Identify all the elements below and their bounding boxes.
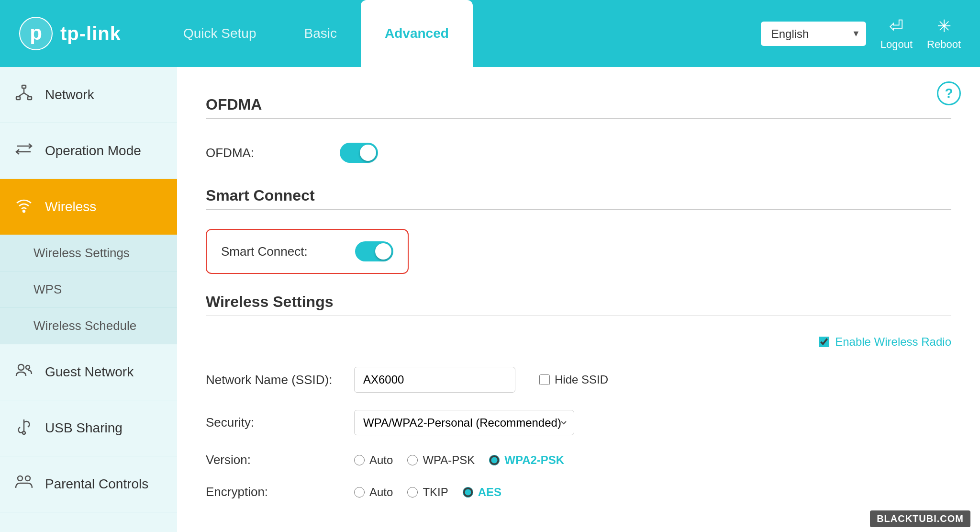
- operation-mode-icon: [14, 140, 33, 161]
- sidebar-item-guest-network-label: Guest Network: [45, 364, 134, 380]
- security-select[interactable]: WPA/WPA2-Personal (Recommended) WPA3-Per…: [354, 410, 574, 435]
- security-label: Security:: [206, 415, 340, 430]
- sidebar-sub-wireless-schedule[interactable]: Wireless Schedule: [0, 308, 177, 344]
- encryption-aes-input[interactable]: [463, 487, 473, 498]
- svg-rect-4: [28, 97, 32, 100]
- wireless-settings-divider: [206, 316, 951, 316]
- guest-network-icon: [14, 362, 33, 383]
- sidebar-item-operation-mode[interactable]: Operation Mode: [0, 123, 177, 179]
- svg-point-11: [22, 431, 25, 434]
- encryption-auto-label: Auto: [369, 486, 393, 499]
- sub-wireless-settings-label: Wireless Settings: [33, 246, 130, 260]
- hide-ssid-label: Hide SSID: [555, 373, 608, 386]
- version-auto-radio[interactable]: Auto: [354, 453, 393, 467]
- sidebar-item-usb-sharing-label: USB Sharing: [45, 420, 122, 436]
- enable-wireless-label: Enable Wireless Radio: [835, 335, 951, 349]
- tab-quick-setup[interactable]: Quick Setup: [159, 0, 280, 67]
- sidebar-item-usb-sharing[interactable]: USB Sharing: [0, 400, 177, 456]
- version-label: Version:: [206, 453, 340, 467]
- svg-point-8: [23, 210, 25, 212]
- version-row: Version: Auto WPA-PSK WPA2-PSK: [206, 444, 951, 476]
- sidebar-item-parental-controls[interactable]: Parental Controls: [0, 456, 177, 512]
- svg-point-10: [26, 365, 30, 369]
- hide-ssid-checkbox[interactable]: [539, 374, 550, 385]
- ofdma-slider: [340, 143, 378, 163]
- encryption-tkip-label: TKIP: [423, 486, 448, 499]
- security-select-wrap: WPA/WPA2-Personal (Recommended) WPA3-Per…: [354, 410, 574, 435]
- logout-label: Logout: [880, 38, 913, 51]
- wireless-settings-section-title: Wireless Settings: [206, 293, 951, 311]
- version-radio-group: Auto WPA-PSK WPA2-PSK: [354, 453, 564, 467]
- version-wpa2-psk-input[interactable]: [489, 455, 500, 465]
- encryption-label: Encryption:: [206, 485, 340, 499]
- svg-text:p: p: [30, 22, 42, 44]
- ofdma-section-title: OFDMA: [206, 96, 951, 113]
- version-wpa-psk-input[interactable]: [407, 455, 418, 465]
- encryption-aes-label: AES: [478, 486, 501, 499]
- version-wpa-psk-radio[interactable]: WPA-PSK: [407, 453, 475, 467]
- main-content: ? OFDMA OFDMA: Smart Connect Smart Conne…: [177, 67, 980, 532]
- language-selector-wrap: English 中文 ▼: [761, 22, 866, 46]
- sidebar-item-wireless-label: Wireless: [45, 199, 96, 215]
- smart-connect-divider: [206, 209, 951, 210]
- version-wpa-psk-label: WPA-PSK: [423, 453, 475, 467]
- sidebar-item-network-label: Network: [45, 87, 94, 102]
- language-select[interactable]: English 中文: [761, 22, 866, 46]
- tab-basic[interactable]: Basic: [280, 0, 361, 67]
- encryption-tkip-input[interactable]: [407, 487, 418, 498]
- encryption-aes-radio[interactable]: AES: [463, 486, 501, 499]
- sidebar-item-wireless[interactable]: Wireless: [0, 179, 177, 235]
- smart-connect-toggle[interactable]: [355, 241, 393, 261]
- version-auto-input[interactable]: [354, 455, 365, 465]
- ssid-row: Network Name (SSID): Hide SSID: [206, 358, 951, 401]
- watermark: BLACKTUBI.COM: [870, 510, 970, 527]
- enable-wireless-row: Enable Wireless Radio: [206, 330, 951, 358]
- encryption-tkip-radio[interactable]: TKIP: [407, 486, 448, 499]
- reboot-button[interactable]: ✳ Reboot: [927, 16, 961, 51]
- sidebar-sub-wireless-settings[interactable]: Wireless Settings: [0, 235, 177, 272]
- ofdma-divider: [206, 118, 951, 119]
- encryption-auto-input[interactable]: [354, 487, 365, 498]
- wireless-icon: [14, 196, 33, 217]
- version-wpa2-psk-radio[interactable]: WPA2-PSK: [489, 453, 564, 467]
- reboot-label: Reboot: [927, 38, 961, 51]
- version-auto-label: Auto: [369, 453, 393, 467]
- ofdma-toggle[interactable]: [340, 143, 378, 163]
- svg-point-9: [18, 364, 24, 370]
- hide-ssid-wrap: Hide SSID: [539, 373, 608, 386]
- ssid-input[interactable]: [354, 367, 515, 393]
- ssid-label: Network Name (SSID):: [206, 373, 340, 387]
- enable-wireless-checkbox[interactable]: [819, 337, 829, 347]
- logo-area: p tp-link: [19, 17, 121, 50]
- reboot-icon: ✳: [937, 16, 951, 36]
- header-right: English 中文 ▼ ⏎ Logout ✳ Reboot: [761, 16, 961, 51]
- sidebar-sub-wireless: Wireless Settings WPS Wireless Schedule: [0, 235, 177, 344]
- svg-rect-3: [16, 97, 20, 100]
- sidebar-sub-wps[interactable]: WPS: [0, 272, 177, 308]
- sidebar-item-network[interactable]: Network: [0, 67, 177, 123]
- sub-wps-label: WPS: [33, 282, 62, 296]
- smart-connect-section-title: Smart Connect: [206, 187, 951, 204]
- help-icon[interactable]: ?: [937, 81, 961, 105]
- sidebar-item-guest-network[interactable]: Guest Network: [0, 344, 177, 400]
- tab-advanced[interactable]: Advanced: [361, 0, 473, 67]
- version-wpa2-psk-label: WPA2-PSK: [504, 453, 564, 467]
- header: p tp-link Quick Setup Basic Advanced Eng…: [0, 0, 980, 67]
- encryption-row: Encryption: Auto TKIP AES: [206, 476, 951, 508]
- svg-point-13: [25, 476, 30, 481]
- svg-line-7: [24, 93, 30, 97]
- svg-line-6: [18, 93, 24, 97]
- network-icon: [14, 84, 33, 105]
- svg-rect-2: [22, 85, 26, 88]
- sub-wireless-schedule-label: Wireless Schedule: [33, 318, 136, 333]
- smart-connect-box: Smart Connect:: [206, 229, 409, 274]
- logout-button[interactable]: ⏎ Logout: [880, 16, 913, 51]
- logout-icon: ⏎: [889, 16, 903, 36]
- ofdma-field-row: OFDMA:: [206, 133, 951, 172]
- encryption-auto-radio[interactable]: Auto: [354, 486, 393, 499]
- encryption-radio-group: Auto TKIP AES: [354, 486, 501, 499]
- logo-text: tp-link: [60, 23, 121, 45]
- sidebar: Network Operation Mode: [0, 67, 177, 532]
- sidebar-item-operation-mode-label: Operation Mode: [45, 143, 141, 158]
- usb-sharing-icon: [14, 418, 33, 439]
